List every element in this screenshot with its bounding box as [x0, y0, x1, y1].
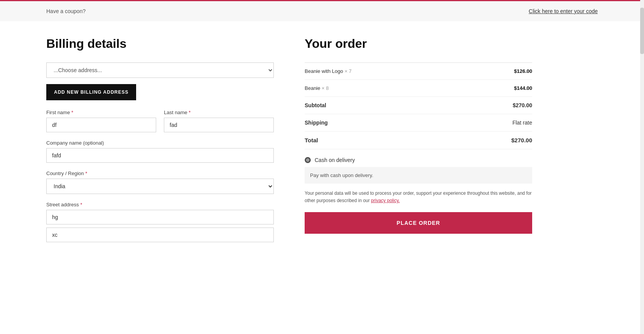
- street-required: *: [80, 202, 82, 207]
- company-input[interactable]: [46, 148, 274, 163]
- street-group: Street address *: [46, 202, 274, 242]
- choose-address-select[interactable]: ...Choose address...: [46, 62, 274, 78]
- company-row: Company name (optional): [46, 140, 274, 163]
- order-table: Beanie with Logo × 7 $126.00 Beanie × 8 …: [305, 62, 532, 149]
- privacy-policy-link[interactable]: privacy policy.: [371, 198, 400, 203]
- payment-description: Pay with cash upon delivery.: [305, 167, 532, 184]
- total-row: Total $270.00: [305, 132, 532, 149]
- country-label: Country / Region *: [46, 170, 274, 176]
- total-value: $270.00: [462, 132, 532, 149]
- coupon-prompt: Have a coupon?: [46, 8, 86, 14]
- last-name-group: Last name *: [164, 110, 274, 132]
- cash-on-delivery-radio[interactable]: [305, 157, 311, 163]
- order-section: Your order Beanie with Logo × 7 $126.00 …: [305, 37, 532, 250]
- order-item-name-1: Beanie with Logo × 7: [305, 63, 462, 80]
- shipping-value: Flat rate: [462, 114, 532, 132]
- last-name-required: *: [189, 110, 191, 115]
- name-row: First name * Last name *: [46, 110, 274, 132]
- street-row: Street address *: [46, 202, 274, 242]
- country-required: *: [85, 170, 87, 176]
- order-item-price-1: $126.00: [462, 63, 532, 80]
- subtotal-label: Subtotal: [305, 97, 462, 114]
- coupon-link[interactable]: Click here to enter your code: [529, 8, 598, 14]
- total-label: Total: [305, 132, 462, 149]
- address-select-wrapper: ...Choose address...: [46, 62, 274, 78]
- main-content: Billing details ...Choose address... ADD…: [0, 21, 578, 281]
- add-address-button[interactable]: ADD NEW BILLING ADDRESS: [46, 84, 136, 100]
- scrollbar[interactable]: [640, 0, 644, 281]
- cash-on-delivery-label: Cash on delivery: [315, 157, 355, 163]
- street-input-2[interactable]: [46, 228, 274, 242]
- first-name-group: First name *: [46, 110, 156, 132]
- shipping-label: Shipping: [305, 114, 462, 132]
- first-name-required: *: [71, 110, 73, 115]
- order-item-row-2: Beanie × 8 $144.00: [305, 80, 532, 97]
- company-label: Company name (optional): [46, 140, 274, 146]
- last-name-label: Last name *: [164, 110, 274, 115]
- coupon-bar: Have a coupon? Click here to enter your …: [0, 0, 644, 21]
- company-group: Company name (optional): [46, 140, 274, 163]
- order-title: Your order: [305, 37, 532, 51]
- subtotal-value: $270.00: [462, 97, 532, 114]
- country-group: Country / Region * India: [46, 170, 274, 194]
- first-name-label: First name *: [46, 110, 156, 115]
- country-row: Country / Region * India: [46, 170, 274, 194]
- subtotal-row: Subtotal $270.00: [305, 97, 532, 114]
- street-label: Street address *: [46, 202, 274, 207]
- place-order-button[interactable]: PLACE ORDER: [305, 212, 532, 234]
- payment-option: Cash on delivery: [305, 157, 532, 163]
- billing-title: Billing details: [46, 37, 274, 51]
- shipping-row: Shipping Flat rate: [305, 114, 532, 132]
- privacy-text: Your personal data will be used to proce…: [305, 190, 532, 204]
- order-item-row-1: Beanie with Logo × 7 $126.00: [305, 63, 532, 80]
- first-name-input[interactable]: [46, 118, 156, 132]
- order-item-name-2: Beanie × 8: [305, 80, 462, 97]
- country-select[interactable]: India: [46, 179, 274, 194]
- street-input[interactable]: [46, 210, 274, 224]
- last-name-input[interactable]: [164, 118, 274, 132]
- payment-section: Cash on delivery Pay with cash upon deli…: [305, 157, 532, 234]
- scrollbar-thumb[interactable]: [640, 8, 644, 54]
- billing-section: Billing details ...Choose address... ADD…: [46, 37, 274, 250]
- order-item-price-2: $144.00: [462, 80, 532, 97]
